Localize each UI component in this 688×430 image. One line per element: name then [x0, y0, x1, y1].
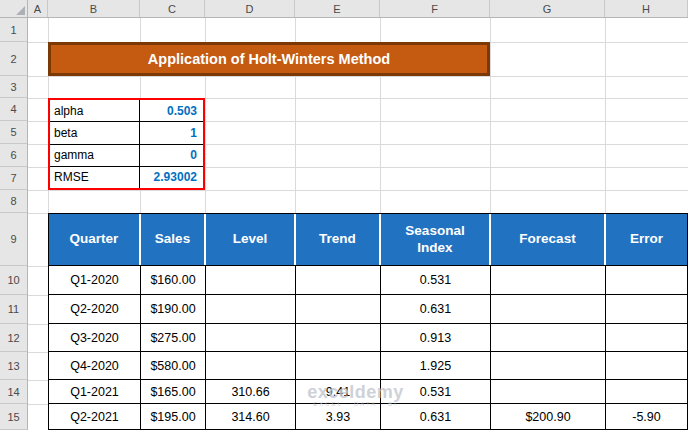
cell[interactable] — [206, 352, 296, 379]
cell[interactable]: Q2-2021 — [49, 404, 141, 429]
header-sales[interactable]: Sales — [141, 214, 206, 265]
table-row: Q2-2020 $190.00 0.631 — [49, 295, 687, 324]
cell[interactable]: 1.925 — [381, 352, 491, 379]
param-row-rmse: RMSE 2.93002 — [50, 167, 203, 188]
cell[interactable] — [296, 295, 381, 323]
cell[interactable]: 310.66 — [206, 380, 296, 403]
row-header-4[interactable]: 4 — [0, 98, 27, 121]
select-all-corner[interactable] — [0, 0, 28, 18]
cell[interactable] — [296, 324, 381, 351]
cell[interactable] — [606, 380, 687, 403]
column-header-h[interactable]: H — [605, 0, 688, 17]
cell[interactable]: $275.00 — [141, 324, 206, 351]
parameter-table: alpha 0.503 beta 1 gamma 0 RMSE 2.93002 — [48, 98, 205, 190]
param-row-gamma: gamma 0 — [50, 145, 203, 167]
page-title: Application of Holt-Winters Method — [148, 51, 390, 67]
row-header-3[interactable]: 3 — [0, 76, 27, 98]
row-header-15[interactable]: 15 — [0, 404, 27, 430]
param-value-rmse[interactable]: 2.93002 — [140, 167, 203, 188]
cell[interactable]: $190.00 — [141, 295, 206, 323]
column-header-c[interactable]: C — [140, 0, 205, 17]
title-banner[interactable]: Application of Holt-Winters Method — [48, 42, 490, 76]
column-header-a[interactable]: A — [28, 0, 48, 17]
header-trend[interactable]: Trend — [296, 214, 381, 265]
cell[interactable]: $200.90 — [491, 404, 606, 429]
param-label-rmse[interactable]: RMSE — [50, 167, 140, 188]
row-header-1[interactable]: 1 — [0, 18, 27, 42]
param-value-alpha[interactable]: 0.503 — [140, 100, 203, 121]
sheet-area[interactable]: Application of Holt-Winters Method alpha… — [28, 18, 688, 430]
row-header-11[interactable]: 11 — [0, 295, 27, 324]
row-header-10[interactable]: 10 — [0, 266, 27, 295]
param-label-alpha[interactable]: alpha — [50, 100, 140, 121]
cell[interactable]: $160.00 — [141, 266, 206, 294]
header-forecast[interactable]: Forecast — [491, 214, 606, 265]
cell[interactable] — [606, 324, 687, 351]
header-seasonal-index[interactable]: Seasonal Index — [381, 214, 491, 265]
cell[interactable]: Q1-2021 — [49, 380, 141, 403]
holt-winters-table: Quarter Sales Level Trend Seasonal Index… — [48, 213, 688, 430]
cell[interactable]: $195.00 — [141, 404, 206, 429]
param-row-alpha: alpha 0.503 — [50, 100, 203, 122]
column-header-f[interactable]: F — [380, 0, 490, 17]
cell[interactable] — [296, 266, 381, 294]
cell[interactable]: Q4-2020 — [49, 352, 141, 379]
header-error[interactable]: Error — [606, 214, 687, 265]
row-header-6[interactable]: 6 — [0, 144, 27, 167]
cell[interactable] — [296, 352, 381, 379]
row-header-7[interactable]: 7 — [0, 167, 27, 190]
row-header-bar: 1 2 3 4 5 6 7 8 9 10 11 12 13 14 15 — [0, 18, 28, 430]
column-header-e[interactable]: E — [295, 0, 380, 17]
cell[interactable]: -5.90 — [606, 404, 687, 429]
cell[interactable] — [491, 352, 606, 379]
row-header-13[interactable]: 13 — [0, 352, 27, 380]
row-header-2[interactable]: 2 — [0, 42, 27, 76]
row-header-5[interactable]: 5 — [0, 121, 27, 144]
cell[interactable] — [491, 324, 606, 351]
header-quarter[interactable]: Quarter — [49, 214, 141, 265]
cell[interactable]: Q1-2020 — [49, 266, 141, 294]
header-level[interactable]: Level — [206, 214, 296, 265]
cell[interactable]: 3.93 — [296, 404, 381, 429]
cell[interactable] — [491, 380, 606, 403]
cell[interactable]: Q3-2020 — [49, 324, 141, 351]
row-header-14[interactable]: 14 — [0, 380, 27, 404]
spreadsheet-window: A B C D E F G H 1 2 3 4 5 6 7 8 9 10 11 … — [0, 0, 688, 430]
cell[interactable]: 0.631 — [381, 404, 491, 429]
param-row-beta: beta 1 — [50, 122, 203, 144]
cell[interactable]: $580.00 — [141, 352, 206, 379]
column-header-g[interactable]: G — [490, 0, 605, 17]
param-label-beta[interactable]: beta — [50, 122, 140, 143]
row-header-9[interactable]: 9 — [0, 213, 27, 266]
table-row: Q4-2020 $580.00 1.925 — [49, 352, 687, 380]
table-row: Q1-2021 $165.00 310.66 9.41 0.531 — [49, 380, 687, 404]
table-row: Q1-2020 $160.00 0.531 — [49, 266, 687, 295]
column-header-b[interactable]: B — [48, 0, 140, 17]
cell[interactable]: 314.60 — [206, 404, 296, 429]
table-row: Q2-2021 $195.00 314.60 3.93 0.631 $200.9… — [49, 404, 687, 429]
cell[interactable]: 0.531 — [381, 380, 491, 403]
row-header-8[interactable]: 8 — [0, 190, 27, 213]
cell[interactable] — [206, 324, 296, 351]
cell[interactable] — [206, 266, 296, 294]
cell[interactable] — [491, 295, 606, 323]
cell[interactable]: 0.531 — [381, 266, 491, 294]
cell[interactable]: 0.631 — [381, 295, 491, 323]
row-header-12[interactable]: 12 — [0, 324, 27, 352]
cell[interactable]: 0.913 — [381, 324, 491, 351]
column-header-d[interactable]: D — [205, 0, 295, 17]
select-all-triangle-icon — [16, 6, 25, 15]
param-value-beta[interactable]: 1 — [140, 122, 203, 143]
cell[interactable] — [606, 295, 687, 323]
cell[interactable]: Q2-2020 — [49, 295, 141, 323]
cell[interactable] — [206, 295, 296, 323]
table-header-row: Quarter Sales Level Trend Seasonal Index… — [49, 214, 687, 266]
param-value-gamma[interactable]: 0 — [140, 145, 203, 166]
cell[interactable]: 9.41 — [296, 380, 381, 403]
table-row: Q3-2020 $275.00 0.913 — [49, 324, 687, 352]
cell[interactable] — [606, 266, 687, 294]
param-label-gamma[interactable]: gamma — [50, 145, 140, 166]
cell[interactable]: $165.00 — [141, 380, 206, 403]
cell[interactable] — [491, 266, 606, 294]
cell[interactable] — [606, 352, 687, 379]
